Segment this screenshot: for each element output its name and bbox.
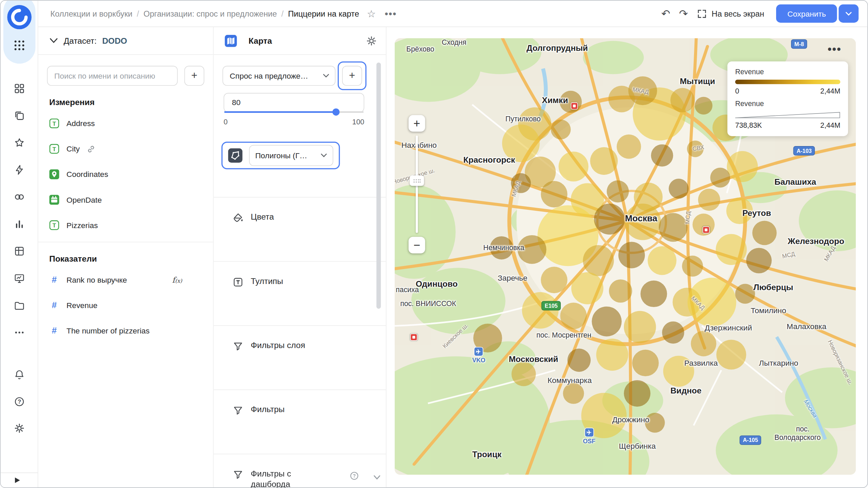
geotype-selector[interactable]: Полигоны (Г… bbox=[249, 145, 333, 166]
field-pizzerias[interactable]: T Pizzerias bbox=[38, 212, 213, 238]
scroll-down-chevron-icon[interactable] bbox=[373, 474, 381, 481]
revenue-bubble[interactable] bbox=[716, 234, 747, 265]
map-canvas[interactable]: БрёховоСходняДолгопрудныйМытищиХимкиПути… bbox=[395, 38, 856, 475]
revenue-bubble[interactable] bbox=[682, 256, 703, 277]
revenue-bubble[interactable] bbox=[648, 246, 676, 275]
revenue-bubble[interactable] bbox=[669, 179, 689, 199]
help-icon[interactable]: ? bbox=[14, 396, 25, 407]
datalens-logo[interactable] bbox=[7, 5, 32, 29]
nav-dashboards-icon[interactable] bbox=[14, 83, 25, 94]
zoom-drag-handle[interactable] bbox=[410, 176, 424, 186]
revenue-bubble[interactable] bbox=[716, 340, 746, 369]
panel-scrollbar-thumb[interactable] bbox=[376, 62, 381, 309]
revenue-bubble[interactable] bbox=[581, 393, 627, 438]
revenue-bubble[interactable] bbox=[592, 306, 622, 336]
undo-icon[interactable]: ↶ bbox=[662, 8, 670, 19]
revenue-bubble[interactable] bbox=[571, 272, 604, 304]
field-rank[interactable]: # Rank по выручке f(x) bbox=[38, 267, 213, 293]
revenue-bubble[interactable] bbox=[607, 180, 629, 202]
nav-monitoring-icon[interactable] bbox=[14, 273, 25, 284]
revenue-bubble[interactable] bbox=[567, 349, 591, 372]
nav-charts-icon[interactable] bbox=[14, 219, 25, 230]
revenue-bubble[interactable] bbox=[617, 135, 641, 159]
add-layer-button[interactable]: + bbox=[342, 66, 362, 86]
section-filters[interactable]: Фильтры bbox=[214, 389, 386, 453]
expand-panel-icon[interactable] bbox=[15, 477, 20, 483]
revenue-bubble[interactable] bbox=[563, 383, 584, 404]
field-number-of-pizzerias[interactable]: # The number of pizzerias bbox=[38, 318, 213, 344]
revenue-bubble[interactable] bbox=[670, 88, 695, 113]
nav-storage-icon[interactable] bbox=[14, 300, 25, 311]
revenue-bubble[interactable] bbox=[541, 181, 567, 207]
chart-settings-gear-icon[interactable] bbox=[366, 35, 377, 46]
nav-connections-icon[interactable] bbox=[14, 191, 25, 203]
revenue-bubble[interactable] bbox=[698, 189, 720, 211]
zoom-out-button[interactable]: − bbox=[409, 237, 425, 253]
revenue-bubble[interactable] bbox=[590, 147, 618, 175]
layer-opacity-control[interactable]: 80 bbox=[224, 93, 364, 112]
revenue-bubble[interactable] bbox=[490, 236, 513, 260]
nav-favorites-icon[interactable] bbox=[14, 137, 25, 148]
revenue-bubble[interactable] bbox=[594, 204, 625, 235]
section-tooltips[interactable]: Тултипы bbox=[214, 261, 386, 325]
nav-collections-icon[interactable] bbox=[14, 110, 25, 121]
revenue-bubble[interactable] bbox=[687, 141, 704, 157]
revenue-bubble[interactable] bbox=[651, 144, 673, 166]
dataset-name-link[interactable]: DODO bbox=[102, 36, 127, 45]
breadcrumb-collections[interactable]: Коллекции и воркбуки bbox=[51, 9, 133, 18]
revenue-bubble[interactable] bbox=[726, 198, 753, 224]
revenue-bubble[interactable] bbox=[551, 120, 571, 140]
revenue-bubble[interactable] bbox=[659, 213, 688, 242]
revenue-bubble[interactable] bbox=[624, 311, 656, 343]
favorite-star-icon[interactable]: ☆ bbox=[367, 8, 376, 18]
revenue-bubble[interactable] bbox=[625, 204, 661, 240]
map-more-menu-icon[interactable]: ••• bbox=[828, 43, 842, 56]
field-address[interactable]: T Address bbox=[38, 111, 213, 136]
revenue-bubble[interactable] bbox=[662, 322, 684, 344]
revenue-bubble[interactable] bbox=[691, 331, 716, 356]
field-city[interactable]: T City bbox=[38, 136, 213, 162]
field-revenue[interactable]: # Revenue bbox=[38, 293, 213, 318]
revenue-bubble[interactable] bbox=[518, 235, 547, 264]
notifications-bell-icon[interactable] bbox=[14, 369, 25, 380]
layer-selector[interactable]: Спрос на предложе… bbox=[222, 66, 335, 86]
nav-tables-icon[interactable] bbox=[14, 246, 25, 257]
add-field-button[interactable]: + bbox=[184, 66, 204, 86]
revenue-bubble[interactable] bbox=[624, 380, 650, 407]
redo-icon[interactable]: ↷ bbox=[679, 8, 688, 19]
settings-gear-icon[interactable] bbox=[14, 423, 25, 434]
revenue-bubble[interactable] bbox=[596, 339, 628, 371]
revenue-bubble[interactable] bbox=[511, 173, 531, 193]
nav-functions-icon[interactable] bbox=[14, 164, 25, 176]
help-circle-icon[interactable]: ? bbox=[349, 471, 359, 481]
field-coordinates[interactable]: Coordinates bbox=[38, 162, 213, 187]
revenue-bubble[interactable] bbox=[512, 362, 536, 386]
field-opendate[interactable]: OpenDate bbox=[38, 187, 213, 212]
revenue-bubble[interactable] bbox=[663, 356, 694, 387]
revenue-bubble[interactable] bbox=[710, 168, 730, 188]
breadcrumb-workbook[interactable]: Организации: спрос и предложение bbox=[143, 9, 277, 18]
revenue-bubble[interactable] bbox=[522, 292, 559, 329]
section-colors[interactable]: Цвета bbox=[214, 197, 386, 261]
fullscreen-button[interactable]: На весь экран bbox=[697, 8, 764, 18]
field-search-input[interactable] bbox=[47, 66, 178, 86]
revenue-bubble[interactable] bbox=[695, 97, 712, 115]
save-dropdown-button[interactable] bbox=[839, 4, 859, 23]
revenue-bubble[interactable] bbox=[640, 281, 667, 307]
revenue-bubble[interactable] bbox=[560, 303, 587, 329]
revenue-bubble[interactable] bbox=[558, 151, 588, 181]
revenue-bubble[interactable] bbox=[632, 350, 658, 376]
more-menu-icon[interactable]: ••• bbox=[384, 8, 397, 18]
revenue-bubble[interactable] bbox=[735, 284, 755, 304]
revenue-bubble[interactable] bbox=[560, 91, 582, 113]
revenue-bubble[interactable] bbox=[583, 245, 614, 276]
revenue-bubble[interactable] bbox=[692, 214, 714, 236]
revenue-bubble[interactable] bbox=[618, 242, 645, 268]
opacity-slider-handle[interactable] bbox=[332, 108, 339, 116]
revenue-bubble[interactable] bbox=[473, 324, 502, 352]
zoom-in-button[interactable]: + bbox=[409, 115, 425, 132]
save-button[interactable]: Сохранить bbox=[776, 4, 837, 23]
revenue-bubble[interactable] bbox=[752, 221, 777, 245]
apps-grid-icon[interactable] bbox=[13, 39, 25, 52]
revenue-bubble[interactable] bbox=[609, 279, 632, 303]
